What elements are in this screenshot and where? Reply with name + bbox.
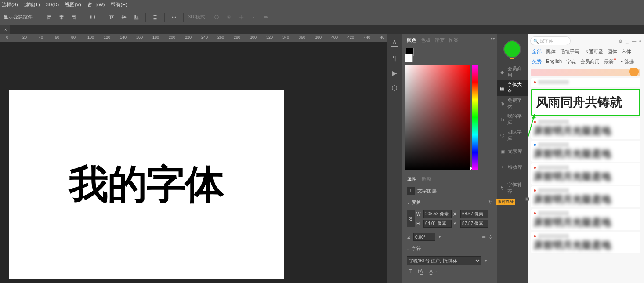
- angle-icon: ⊿: [407, 234, 411, 240]
- pin-icon[interactable]: ⬚: [625, 39, 629, 44]
- font-promo-banner[interactable]: [531, 69, 640, 76]
- svg-rect-8: [73, 17, 75, 18]
- options-bar: 显示变换控件 3D 模式:: [0, 9, 644, 25]
- nav-assets[interactable]: ▣元素库: [497, 143, 528, 159]
- menu-select[interactable]: 选择(S): [2, 1, 18, 8]
- nav-all-fonts[interactable]: ▦字体大全: [497, 80, 528, 96]
- filter-hei[interactable]: 黑体: [546, 48, 556, 55]
- menu-help[interactable]: 帮助(H): [111, 1, 127, 8]
- font-item[interactable]: 床前明月光疑是地: [531, 118, 640, 139]
- y-input[interactable]: [460, 220, 488, 228]
- color-field[interactable]: [405, 65, 470, 170]
- angle-input[interactable]: [413, 233, 435, 241]
- tab-properties[interactable]: 属性: [407, 176, 416, 182]
- strip-play-icon[interactable]: ▶: [392, 69, 397, 76]
- nav-team[interactable]: ⦾团队字库: [497, 127, 528, 143]
- font-item[interactable]: [531, 78, 640, 87]
- 3d-pan-icon[interactable]: [236, 12, 246, 22]
- dropdown-icon[interactable]: ▼: [484, 259, 488, 263]
- nav-my-fonts[interactable]: Tт我的字库: [497, 112, 528, 127]
- 3d-orbit-icon[interactable]: [212, 12, 221, 22]
- flip-h-icon[interactable]: ⇔: [482, 234, 486, 240]
- align-right-icon[interactable]: [69, 12, 79, 22]
- align-center-h-icon[interactable]: [57, 12, 66, 22]
- nav-fx[interactable]: ✦特效库: [497, 159, 528, 175]
- settings-icon[interactable]: ⚙: [619, 39, 622, 44]
- more-icon[interactable]: [169, 12, 179, 22]
- menu-3d[interactable]: 3D(D): [46, 2, 59, 7]
- link-wh-icon[interactable]: ⛓: [407, 210, 415, 227]
- filter-free[interactable]: 免费: [532, 58, 542, 65]
- strip-paragraph-icon[interactable]: ¶: [393, 54, 396, 62]
- align-left-icon[interactable]: [44, 12, 54, 22]
- font-item[interactable]: 床前明月光疑是地: [531, 232, 640, 253]
- font-family-select[interactable]: 字魂161号-江户川招牌体: [407, 256, 481, 265]
- tab-gradient[interactable]: 渐变: [435, 37, 445, 44]
- reset-icon[interactable]: ↻: [488, 200, 492, 205]
- align-bottom-icon[interactable]: [131, 12, 141, 22]
- strip-3d-icon[interactable]: [391, 84, 398, 93]
- menu-view[interactable]: 视图(V): [65, 1, 81, 8]
- font-item[interactable]: 床前明月光疑是地: [531, 163, 640, 185]
- tab-adjust[interactable]: 调整: [422, 176, 431, 182]
- nav-align[interactable]: ↯字体补齐: [497, 180, 528, 196]
- svg-point-22: [172, 16, 173, 18]
- text-size-icon[interactable]: -T: [407, 268, 412, 275]
- minimize-icon[interactable]: —: [632, 39, 636, 44]
- x-input[interactable]: [460, 210, 488, 218]
- strip-type-A[interactable]: A: [391, 39, 398, 47]
- svg-rect-17: [134, 18, 139, 19]
- filter-song[interactable]: 宋体: [622, 48, 631, 55]
- angle-dropdown-icon[interactable]: ▼: [438, 235, 441, 239]
- text-tracking-icon[interactable]: A̲↔: [429, 268, 438, 275]
- width-input[interactable]: [423, 210, 452, 218]
- tab-swatches[interactable]: 色板: [421, 37, 431, 44]
- filter-new[interactable]: 最新: [604, 58, 616, 65]
- font-item[interactable]: 床前明月光疑是地: [531, 209, 640, 230]
- nav-free[interactable]: ⊕免费字体: [497, 96, 528, 112]
- filter-more[interactable]: 筛选: [620, 58, 634, 65]
- filter-cute[interactable]: 卡通可爱: [584, 48, 603, 55]
- distribute-h-icon[interactable]: [88, 12, 98, 22]
- height-input[interactable]: [423, 220, 452, 228]
- filter-zihun[interactable]: 字魂: [566, 58, 576, 65]
- 3d-slide-icon[interactable]: [249, 12, 258, 22]
- avatar[interactable]: [503, 40, 521, 58]
- close-icon[interactable]: ×: [639, 39, 641, 44]
- align-top-icon[interactable]: [107, 12, 116, 22]
- y-label: Y: [453, 221, 459, 226]
- search-input[interactable]: 🔍 搜字体: [530, 36, 571, 45]
- font-panel: 🔍 搜字体 ⚙ ⬚ — × 全部 黑体 毛笔手写 卡通可爱 圆体 宋体 免费 E…: [528, 34, 644, 283]
- font-item[interactable]: 床前明月光疑是地: [531, 141, 640, 162]
- font-item[interactable]: 床前明月光疑是地: [531, 186, 640, 207]
- collapse-arrows-icon[interactable]: ▸▸: [491, 36, 495, 40]
- tab-pattern[interactable]: 图案: [449, 37, 459, 44]
- 3d-camera-icon[interactable]: [261, 12, 271, 22]
- canvas-text[interactable]: 我的字体: [69, 158, 224, 211]
- 3d-rotate-icon[interactable]: [224, 12, 234, 22]
- svg-rect-13: [112, 16, 113, 18]
- text-leading-icon[interactable]: tA̲: [418, 268, 423, 275]
- menu-filter[interactable]: 滤镜(T): [24, 1, 40, 8]
- filter-biz[interactable]: 会员商用: [580, 58, 600, 65]
- section-character[interactable]: ⌄字符: [402, 243, 497, 254]
- promo-close-icon[interactable]: ×: [525, 197, 529, 201]
- filter-en[interactable]: English: [546, 58, 562, 65]
- flip-v-icon[interactable]: ⇕: [488, 234, 492, 240]
- distribute-v-icon[interactable]: [150, 12, 160, 22]
- menu-window[interactable]: 窗口(W): [87, 1, 105, 8]
- filter-all[interactable]: 全部: [532, 48, 542, 55]
- section-transform[interactable]: ⌄变换 ↻: [402, 196, 497, 208]
- filter-round[interactable]: 圆体: [608, 48, 617, 55]
- canvas[interactable]: 我的字体: [9, 90, 284, 279]
- hue-slider[interactable]: [472, 65, 478, 170]
- tab-color[interactable]: 颜色: [407, 37, 416, 44]
- align-middle-icon[interactable]: [119, 12, 129, 22]
- close-icon[interactable]: ×: [4, 27, 7, 32]
- doc-tab[interactable]: ×: [0, 25, 10, 34]
- background-swatch[interactable]: [405, 54, 413, 62]
- filter-brush[interactable]: 毛笔手写: [560, 48, 579, 55]
- nav-vip[interactable]: ◆会员商用: [497, 64, 528, 80]
- promo-badge[interactable]: 限时终身: [496, 199, 515, 205]
- font-item-highlight[interactable]: 风雨同舟共铸就: [531, 89, 640, 116]
